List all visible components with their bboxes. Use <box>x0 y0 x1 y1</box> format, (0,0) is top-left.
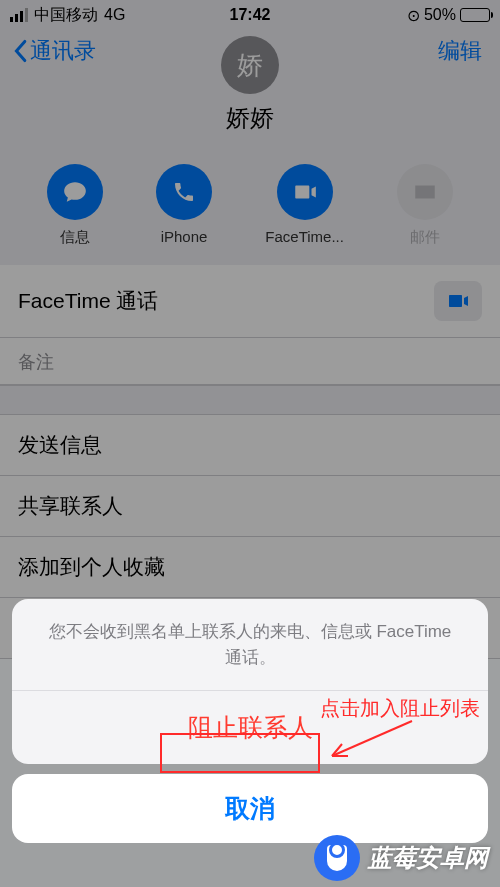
watermark-icon <box>314 835 360 881</box>
annotation-hint: 点击加入阻止列表 <box>320 695 480 722</box>
sheet-message: 您不会收到黑名单上联系人的来电、信息或 FaceTime 通话。 <box>12 599 488 691</box>
watermark: 蓝莓安卓网 <box>314 835 488 881</box>
cancel-button[interactable]: 取消 <box>12 774 488 843</box>
watermark-text: 蓝莓安卓网 <box>368 842 488 874</box>
